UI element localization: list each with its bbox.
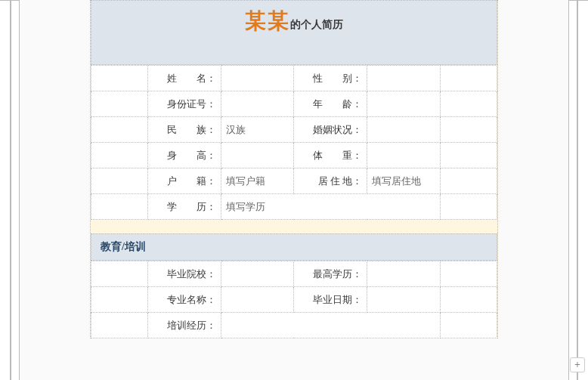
value — [221, 66, 294, 91]
label: 毕业院校： — [148, 261, 221, 287]
table-row: 姓 名： 性 别： — [91, 66, 497, 91]
value — [221, 261, 294, 287]
label: 性 别： — [294, 66, 367, 91]
header-name: 某某 — [245, 9, 290, 32]
value — [367, 66, 441, 91]
value — [367, 143, 441, 168]
table-row: 身份证号： 年 龄： — [91, 91, 497, 117]
label: 学 历： — [148, 194, 221, 220]
label: 姓 名： — [148, 66, 221, 91]
label: 居 住 地： — [294, 168, 367, 194]
ruler-right — [568, 0, 588, 380]
value — [221, 143, 294, 168]
value: 汉族 — [221, 117, 294, 143]
resume-header: 某某的个人简历 — [91, 0, 497, 65]
value — [367, 261, 441, 287]
label: 最高学历： — [294, 261, 367, 287]
ruler-left — [0, 0, 20, 380]
value — [221, 91, 294, 117]
table-row: 身 高： 体 重： — [91, 143, 497, 168]
basic-info-table: 姓 名： 性 别： 身份证号： 年 龄： 民 族： — [91, 65, 497, 220]
label: 户 籍： — [148, 168, 221, 194]
table-row: 毕业院校： 最高学历： — [91, 261, 497, 287]
label: 婚姻状况： — [294, 117, 367, 143]
label: 身 高： — [148, 143, 221, 168]
label: 民 族： — [148, 117, 221, 143]
label: 身份证号： — [148, 91, 221, 117]
add-button[interactable]: + — [570, 357, 585, 372]
value: 填写居住地 — [367, 168, 441, 194]
value — [367, 91, 441, 117]
label: 专业名称： — [148, 287, 221, 313]
table-row: 户 籍： 填写户籍 居 住 地： 填写居住地 — [91, 168, 497, 194]
label: 年 龄： — [294, 91, 367, 117]
value — [367, 287, 441, 313]
value: 填写户籍 — [221, 168, 294, 194]
table-row: 培训经历： — [91, 313, 497, 338]
resume-page: 某某的个人简历 姓 名： 性 别： 身份证号： — [90, 0, 498, 338]
table-row: 民 族： 汉族 婚姻状况： — [91, 117, 497, 143]
section-header-education: 教育/培训 — [91, 233, 497, 261]
section-gap — [91, 220, 497, 233]
value — [221, 287, 294, 313]
label: 体 重： — [294, 143, 367, 168]
value: 填写学历 — [221, 194, 440, 220]
value — [221, 313, 440, 338]
label: 毕业日期： — [294, 287, 367, 313]
header-suffix: 的个人简历 — [290, 19, 343, 30]
label: 培训经历： — [148, 313, 221, 338]
edu-info-table: 毕业院校： 最高学历： 专业名称： 毕业日期： 培训经历： — [91, 261, 497, 338]
value — [367, 117, 441, 143]
table-row: 学 历： 填写学历 — [91, 194, 497, 220]
table-row: 专业名称： 毕业日期： — [91, 287, 497, 313]
